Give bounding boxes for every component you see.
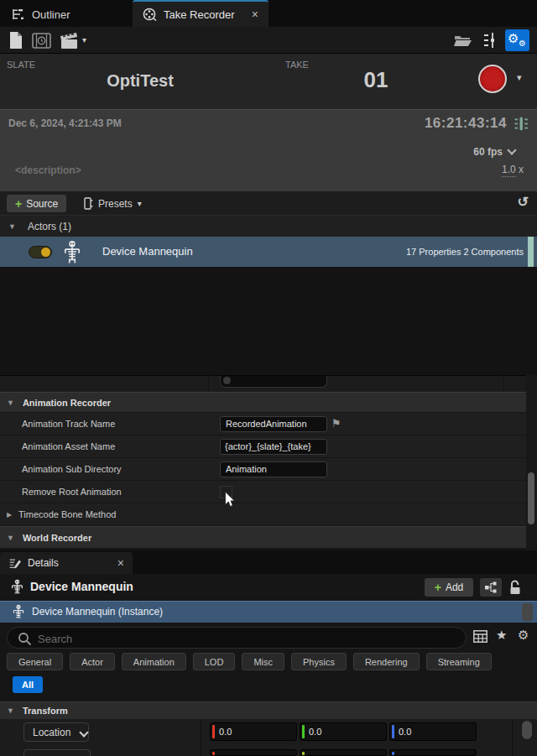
add-component-button[interactable]: + Add	[425, 578, 473, 597]
tab-outliner-label: Outliner	[32, 8, 70, 21]
details-pencil-icon	[8, 557, 21, 570]
record-button[interactable]	[478, 65, 507, 93]
filter-general[interactable]: General	[7, 653, 63, 670]
details-body: ★ ⚙ General Actor Animation LOD Misc Phy…	[0, 623, 537, 756]
z-axis-accent	[392, 725, 394, 738]
skeletal-mesh-icon	[10, 579, 24, 596]
details-settings-gear-icon[interactable]: ⚙	[518, 628, 529, 642]
tab-take-recorder[interactable]: Take Recorder ×	[133, 0, 268, 27]
filter-rendering[interactable]: Rendering	[353, 653, 420, 670]
settings-button[interactable]: ⚙ ⚙	[505, 29, 529, 51]
clapperboard-caret-icon[interactable]: ▾	[82, 36, 86, 44]
favorites-star-icon[interactable]: ★	[496, 628, 507, 642]
property-row-asset-name: Animation Asset Name {actor}_{slate}_{ta…	[0, 435, 526, 458]
expanded-arrow-icon: ▼	[8, 222, 16, 231]
scrollbar-thumb[interactable]	[522, 721, 532, 739]
clipped-rotation-y-field[interactable]	[300, 749, 387, 756]
plus-icon: +	[15, 198, 22, 210]
play-rate-suffix: x	[519, 164, 524, 175]
search-input[interactable]	[36, 628, 459, 649]
property-row-remove-root: Remove Root Animation	[0, 481, 526, 503]
actors-group-header[interactable]: ▼ Actors (1)	[0, 215, 537, 237]
property-row-timecode-bone[interactable]: ▶ Timecode Bone Method	[0, 503, 526, 526]
skeletal-mesh-icon	[12, 604, 25, 620]
edit-blueprint-button[interactable]	[480, 578, 502, 597]
tab-take-recorder-label: Take Recorder	[164, 8, 235, 21]
gear-small-icon: ⚙	[519, 39, 526, 48]
filter-animation[interactable]: Animation	[122, 653, 186, 670]
tab-details[interactable]: Details ×	[0, 552, 133, 574]
open-folder-icon[interactable]	[454, 34, 472, 47]
filter-physics[interactable]: Physics	[291, 653, 347, 670]
filter-actor[interactable]: Actor	[70, 653, 115, 670]
details-header: Device Mannequin + Add	[0, 574, 537, 601]
outliner-icon	[12, 8, 25, 21]
world-recorder-section-header[interactable]: ▼ World Recorder	[0, 526, 526, 549]
location-y-field[interactable]: 0.0	[300, 722, 387, 741]
info-panel: Dec 6, 2024, 4:21:43 PM 16:21:43:14 60 f…	[0, 109, 537, 191]
scrollbar-thumb[interactable]	[522, 603, 533, 621]
take-browser-icon[interactable]	[482, 32, 498, 49]
property-row-sub-directory: Animation Sub Directory Animation	[0, 458, 526, 481]
grid-column-divider[interactable]	[201, 719, 201, 756]
display-grid-icon[interactable]	[473, 630, 487, 643]
animation-recorder-section-header[interactable]: ▼ Animation Recorder	[0, 392, 526, 413]
revert-changes-icon[interactable]: ↺	[518, 194, 529, 210]
slate-name-field[interactable]: OptiTest	[39, 71, 241, 91]
node-graph-icon	[484, 581, 498, 594]
toggle-knob	[41, 248, 50, 257]
settings-scrollbar[interactable]	[526, 375, 537, 550]
filter-misc[interactable]: Misc	[242, 653, 284, 670]
plus-icon: +	[435, 581, 441, 593]
chevron-down-icon	[80, 727, 89, 737]
location-z-field[interactable]: 0.0	[389, 722, 477, 741]
location-dropdown[interactable]: Location	[23, 722, 89, 742]
source-actor-name: Device Mannequin	[102, 245, 193, 258]
actors-group-label: Actors (1)	[28, 221, 71, 232]
y-axis-accent	[302, 752, 305, 755]
frame-rate-dropdown[interactable]: 60 fps	[473, 143, 515, 159]
play-rate-value: 1.0	[502, 164, 516, 177]
presets-button[interactable]: Presets ▾	[84, 195, 142, 212]
filter-streaming[interactable]: Streaming	[426, 653, 492, 670]
take-number-field[interactable]: 01	[326, 67, 426, 93]
instance-row-label: Device Mannequin (Instance)	[32, 606, 163, 618]
asset-name-input[interactable]: {actor}_{slate}_{take}	[220, 439, 327, 455]
track-name-input[interactable]: RecordedAnimation	[220, 416, 327, 432]
scrollbar-thumb[interactable]	[528, 472, 534, 524]
instance-row-device-mannequin[interactable]: Device Mannequin (Instance)	[0, 601, 537, 623]
clipped-rotation-x-field[interactable]	[210, 749, 297, 756]
transform-body: Location 0.0 0.0 0.0	[0, 719, 537, 756]
take-recorder-window: Outliner Take Recorder ×	[0, 0, 537, 756]
unlock-icon[interactable]	[508, 579, 522, 595]
transform-section-header[interactable]: ▼ Transform	[0, 701, 537, 719]
clipped-rotation-z-field[interactable]	[389, 749, 477, 756]
clipped-slider-field[interactable]	[220, 376, 327, 388]
search-bar[interactable]	[7, 627, 467, 649]
source-row-device-mannequin[interactable]: Device Mannequin 17 Properties 2 Compone…	[0, 237, 537, 267]
tab-bar: Outliner Take Recorder ×	[0, 0, 537, 27]
source-actor-meta: 17 Properties 2 Components	[406, 247, 524, 257]
collapsed-arrow-icon: ▶	[7, 511, 12, 519]
presets-caret-icon: ▾	[138, 200, 142, 208]
toolbar: ▾ ⚙ ⚙	[0, 27, 537, 54]
close-icon[interactable]: ×	[252, 8, 258, 20]
description-field[interactable]: <description>	[15, 164, 81, 176]
sub-directory-input[interactable]: Animation	[220, 461, 327, 477]
flag-icon[interactable]: ⚑	[331, 417, 341, 430]
location-x-field[interactable]: 0.0	[210, 722, 297, 741]
play-rate-spinner[interactable]: 1.0 x	[502, 164, 524, 175]
record-options-caret-icon[interactable]: ▾	[517, 73, 522, 81]
source-enabled-toggle[interactable]	[29, 246, 52, 258]
new-take-icon[interactable]	[8, 31, 23, 50]
slate-clapperboard-icon[interactable]	[59, 32, 80, 50]
review-recordings-icon[interactable]	[32, 33, 51, 49]
add-source-button[interactable]: + Source	[7, 195, 66, 212]
tab-outliner[interactable]: Outliner	[0, 2, 82, 27]
expanded-arrow-icon: ▼	[7, 534, 14, 542]
filter-lod[interactable]: LOD	[193, 653, 236, 670]
slate-panel: SLATE OptiTest TAKE 01 ▾	[0, 54, 537, 109]
close-icon[interactable]: ×	[117, 557, 124, 569]
clipped-rotation-dropdown[interactable]	[23, 749, 91, 756]
filter-all-button[interactable]: All	[13, 676, 43, 693]
